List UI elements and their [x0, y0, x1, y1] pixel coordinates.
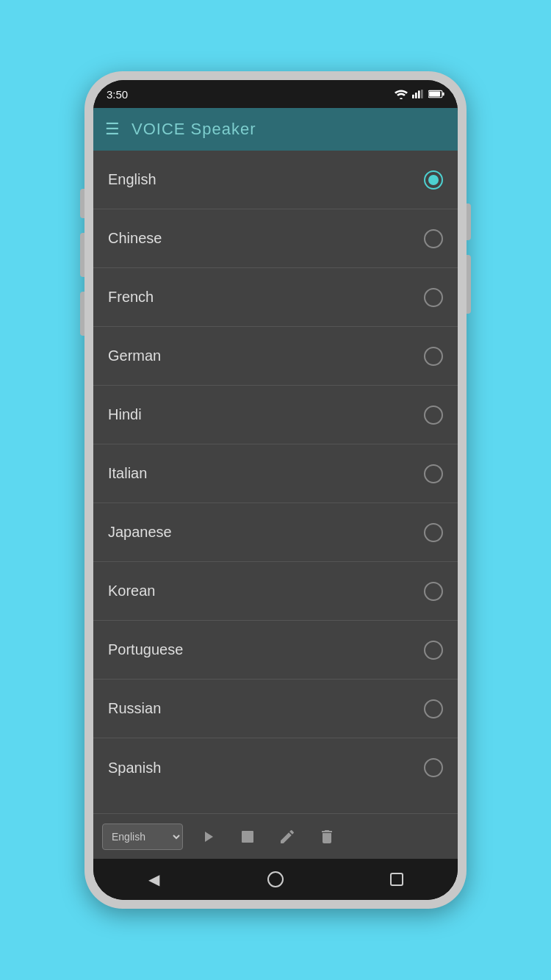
- radio-button[interactable]: [424, 464, 443, 483]
- home-icon: [267, 871, 284, 887]
- language-item[interactable]: English: [93, 151, 458, 209]
- radio-button[interactable]: [424, 406, 443, 425]
- language-item[interactable]: Hindi: [93, 386, 458, 444]
- app-title: VOICE Speaker: [132, 120, 256, 139]
- svg-rect-3: [421, 90, 423, 98]
- volume-silent-button[interactable]: [80, 292, 84, 336]
- stop-button[interactable]: [233, 822, 262, 851]
- language-item[interactable]: Italian: [93, 444, 458, 503]
- language-name: Chinese: [108, 230, 162, 247]
- radio-button[interactable]: [424, 170, 443, 190]
- home-button[interactable]: [261, 865, 290, 894]
- language-name: Spanish: [108, 760, 161, 777]
- svg-rect-5: [429, 91, 440, 96]
- recents-icon: [390, 873, 403, 886]
- language-item[interactable]: Spanish: [93, 738, 458, 797]
- language-item[interactable]: Russian: [93, 680, 458, 738]
- language-name: Korean: [108, 583, 156, 599]
- language-name: Portuguese: [108, 641, 183, 658]
- recents-button[interactable]: [382, 865, 411, 894]
- radio-button[interactable]: [424, 582, 443, 601]
- language-name: Japanese: [108, 524, 172, 541]
- stop-icon: [239, 828, 256, 846]
- edit-button[interactable]: [273, 822, 302, 851]
- status-time: 3:50: [107, 88, 128, 101]
- delete-button[interactable]: [312, 822, 342, 851]
- radio-button[interactable]: [424, 641, 443, 660]
- language-item[interactable]: Japanese: [93, 503, 458, 562]
- svg-rect-7: [242, 831, 253, 843]
- language-name: Hindi: [108, 406, 142, 423]
- play-icon: [199, 828, 217, 846]
- power-button-long[interactable]: [467, 255, 471, 314]
- language-name: Russian: [108, 700, 161, 717]
- language-item[interactable]: German: [93, 327, 458, 386]
- svg-rect-0: [412, 95, 414, 98]
- delete-icon: [318, 828, 336, 846]
- language-list: EnglishChineseFrenchGermanHindiItalianJa…: [93, 151, 458, 813]
- radio-button[interactable]: [424, 523, 443, 542]
- wifi-icon: [395, 89, 408, 99]
- language-name: Italian: [108, 465, 147, 482]
- back-icon: ◀: [148, 871, 159, 888]
- language-item[interactable]: Chinese: [93, 209, 458, 268]
- battery-icon: [428, 90, 444, 98]
- signal-icon: [412, 89, 424, 99]
- radio-button[interactable]: [424, 229, 443, 248]
- power-button[interactable]: [467, 203, 471, 240]
- back-button[interactable]: ◀: [140, 865, 169, 894]
- radio-button[interactable]: [424, 758, 443, 777]
- language-name: French: [108, 289, 154, 306]
- radio-button[interactable]: [424, 288, 443, 307]
- hamburger-icon[interactable]: ☰: [105, 120, 120, 139]
- play-button[interactable]: [193, 822, 223, 851]
- language-select[interactable]: EnglishChineseFrenchGermanHindiItalianJa…: [102, 824, 183, 850]
- svg-rect-1: [415, 93, 417, 98]
- radio-button[interactable]: [424, 347, 443, 366]
- language-name: English: [108, 171, 156, 188]
- nav-bar: ◀: [93, 859, 458, 900]
- language-item[interactable]: French: [93, 268, 458, 327]
- bottom-toolbar: EnglishChineseFrenchGermanHindiItalianJa…: [93, 813, 458, 859]
- edit-icon: [278, 828, 296, 846]
- status-bar: 3:50: [93, 80, 458, 108]
- volume-up-button[interactable]: [80, 189, 84, 218]
- phone-screen: 3:50: [93, 80, 458, 900]
- app-header: ☰ VOICE Speaker: [93, 108, 458, 151]
- status-icons: [395, 89, 444, 99]
- svg-rect-6: [442, 93, 444, 96]
- radio-button[interactable]: [424, 699, 443, 718]
- language-item[interactable]: Korean: [93, 562, 458, 621]
- language-item[interactable]: Portuguese: [93, 621, 458, 680]
- language-name: German: [108, 347, 161, 364]
- volume-down-button[interactable]: [80, 233, 84, 277]
- svg-rect-2: [418, 90, 420, 98]
- phone-frame: 3:50: [84, 71, 467, 909]
